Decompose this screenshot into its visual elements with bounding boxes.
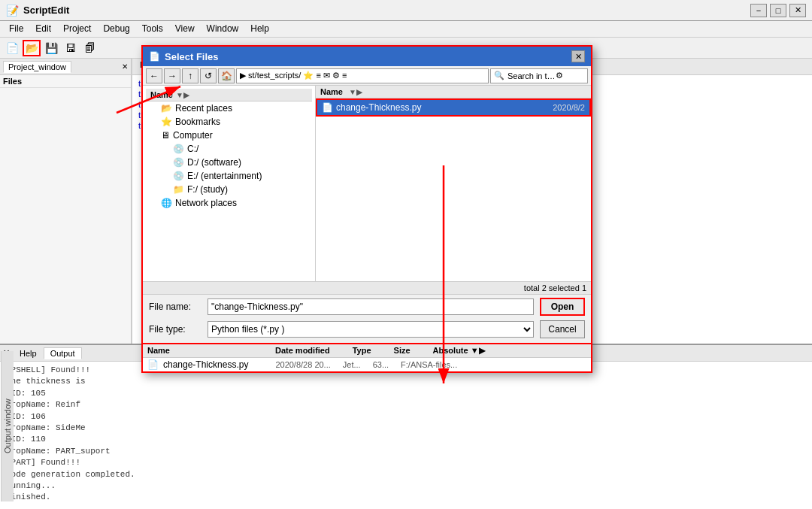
file-panel: Name ▼▶ 📄change-Thickness.py2020/8/2 xyxy=(316,86,591,281)
tree-item-icon: 🖥 xyxy=(161,130,170,141)
bottom-file-list: Name Date modified Type Size Absolute ▼▶… xyxy=(143,343,591,371)
file-item-date: 2020/8/2 xyxy=(553,103,585,112)
tree-item-icon: 💿 xyxy=(173,157,184,168)
tree-item[interactable]: ⭐Bookmarks xyxy=(146,115,312,129)
cancel-button[interactable]: Cancel xyxy=(540,320,585,338)
tree-item[interactable]: 🖥Computer xyxy=(146,129,312,142)
tree-item[interactable]: 💿E:/ (entertainment) xyxy=(146,169,312,183)
file-item-label: change-Thickness.py xyxy=(336,102,421,113)
tree-item[interactable]: 📂Recent places xyxy=(146,101,312,115)
dialog-icon: 📄 xyxy=(149,51,160,62)
filetype-select[interactable]: Python files (*.py ) xyxy=(208,321,534,338)
tree-item-label: C:/ xyxy=(187,144,198,154)
bottom-list-item[interactable]: 📄 change-Thickness.py 2020/8/28 20... Je… xyxy=(143,358,591,371)
nav-back-button[interactable]: ← xyxy=(146,68,162,83)
file-item[interactable]: 📄change-Thickness.py2020/8/2 xyxy=(316,98,591,117)
tree-item[interactable]: 🌐Network places xyxy=(146,196,312,210)
select-files-dialog: 📄 Select Files ✕ ← → ↑ ↺ 🏠 ▶ st/test_scr… xyxy=(141,45,592,373)
tree-item[interactable]: 📁F:/ (study) xyxy=(146,183,312,196)
tree-item-icon: 📂 xyxy=(161,103,172,114)
tree-item-label: Network places xyxy=(175,198,237,208)
nav-up-button[interactable]: ↑ xyxy=(182,68,198,83)
dialog-body: Name ▼▶ 📂Recent places⭐Bookmarks🖥Compute… xyxy=(143,86,591,281)
bottom-list-content: 📄 change-Thickness.py 2020/8/28 20... Je… xyxy=(143,358,591,371)
dialog-toolbar: ← → ↑ ↺ 🏠 ▶ st/test_scripts/ ⭐ ≡ ✉ ⚙ ≡ 🔍… xyxy=(143,66,591,86)
dialog-title-bar: 📄 Select Files ✕ xyxy=(143,47,591,66)
modal-overlay: 📄 Select Files ✕ ← → ↑ ↺ 🏠 ▶ st/test_scr… xyxy=(0,0,812,509)
nav-refresh-button[interactable]: ↺ xyxy=(200,68,217,83)
tree-item-label: D:/ (software) xyxy=(187,157,241,168)
filename-input[interactable] xyxy=(208,298,534,315)
file-items: 📄change-Thickness.py2020/8/2 xyxy=(316,98,591,117)
tree-item-label: Computer xyxy=(173,130,213,141)
nav-forward-button[interactable]: → xyxy=(164,68,180,83)
tree-panel: Name ▼▶ 📂Recent places⭐Bookmarks🖥Compute… xyxy=(143,86,316,281)
dialog-filetype-row: File type: Python files (*.py ) Cancel xyxy=(143,319,591,343)
nav-home-button[interactable]: 🏠 xyxy=(218,68,235,83)
open-button[interactable]: Open xyxy=(540,298,585,316)
tree-item-label: Bookmarks xyxy=(175,117,220,127)
search-box[interactable]: 🔍 Search in t… ⚙ xyxy=(490,68,588,83)
filetype-label: File type: xyxy=(149,324,201,335)
tree-item-icon: 🌐 xyxy=(161,198,172,208)
filename-label: File name: xyxy=(149,301,201,312)
dialog-close-button[interactable]: ✕ xyxy=(571,50,585,62)
tree-item-label: E:/ (entertainment) xyxy=(187,171,262,181)
dialog-filename-row: File name: Open xyxy=(143,295,591,319)
file-item-icon: 📄 xyxy=(322,102,333,113)
tree-item-label: Recent places xyxy=(175,103,232,114)
tree-item[interactable]: 💿D:/ (software) xyxy=(146,156,312,169)
dialog-status: total 2 selected 1 xyxy=(143,281,591,295)
tree-items: 📂Recent places⭐Bookmarks🖥Computer💿C:/💿D:… xyxy=(146,101,312,210)
tree-header: Name ▼▶ xyxy=(146,89,312,101)
tree-item-icon: 💿 xyxy=(173,171,184,181)
dialog-title: Select Files xyxy=(165,51,571,62)
path-display: ▶ st/test_scripts/ ⭐ ≡ ✉ ⚙ ≡ xyxy=(236,68,489,83)
tree-item-label: F:/ (study) xyxy=(187,184,228,195)
tree-item-icon: 💿 xyxy=(173,144,184,154)
file-header: Name ▼▶ xyxy=(316,86,591,98)
tree-item-icon: 📁 xyxy=(173,184,184,195)
tree-item[interactable]: 💿C:/ xyxy=(146,142,312,156)
tree-item-icon: ⭐ xyxy=(161,117,172,127)
bottom-list-header: Name Date modified Type Size Absolute ▼▶ xyxy=(143,344,591,358)
search-icon: 🔍 xyxy=(494,71,504,80)
